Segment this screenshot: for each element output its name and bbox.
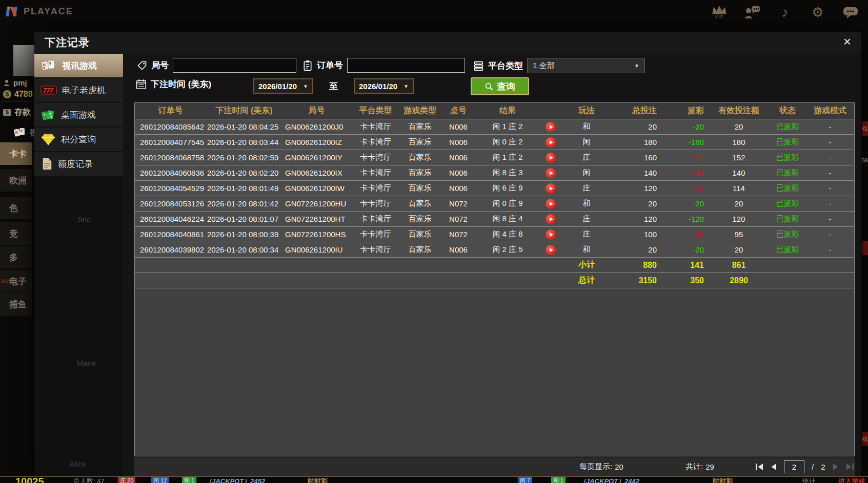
background-fragment: 时时彩 — [713, 477, 733, 483]
date-to-picker[interactable]: 2026/01/20 ▼ — [354, 78, 414, 94]
settings-gear-icon[interactable]: ⚙ — [808, 6, 828, 19]
customer-service-icon[interactable] — [742, 5, 762, 19]
cell-order-no: 260120084054529 — [135, 184, 206, 193]
cell-game-type: 百家乐 — [400, 153, 440, 162]
cell-play-type: 庄 — [563, 229, 610, 239]
replay-play-button[interactable] — [546, 168, 556, 178]
background-nav-item: 卡卡 — [0, 142, 32, 165]
bet-records-modal: 下注记录 × K ♥ 9 视讯游戏 777 电子老虎机 — [34, 32, 861, 476]
cell-table-no: N006 — [440, 245, 477, 254]
round-input[interactable] — [173, 58, 296, 73]
col-header: 订单号 — [135, 106, 206, 116]
bet-time-filter: 下注时间 (美东) — [136, 78, 211, 90]
cell-result: 闲 8 庄 4 — [477, 214, 538, 224]
cell-valid-bet: 114 — [711, 184, 766, 193]
cell-valid-bet: 152 — [711, 153, 766, 162]
cell-play-type: 庄 — [563, 153, 610, 162]
cell-status: 已派彩 — [766, 122, 809, 132]
prev-page-button[interactable] — [771, 464, 777, 470]
slot-777-icon: 777 — [41, 85, 57, 96]
playace-logo-icon — [5, 4, 19, 18]
cell-round-no: GN072261200HS — [282, 230, 351, 239]
date-to-wrap: 2026/01/20 ▼ — [354, 78, 414, 94]
tab-slots[interactable]: 777 电子老虎机 — [34, 78, 123, 102]
background-username: pmj — [3, 78, 27, 87]
search-button[interactable]: 查询 — [471, 77, 529, 95]
chevron-down-icon: ▼ — [634, 63, 639, 69]
replay-play-button[interactable] — [546, 199, 556, 209]
page-count: 2 — [821, 463, 825, 471]
cell-table-no: N006 — [440, 138, 477, 146]
background-fragment: 戏 — [862, 432, 868, 446]
vip-label: VIP — [715, 14, 724, 19]
subtotal-valid-bet: 861 — [711, 261, 766, 270]
music-icon[interactable]: ♪ — [775, 6, 795, 19]
tab-table-games[interactable]: 桌面游戏 — [34, 103, 123, 127]
cell-replay — [538, 245, 563, 255]
cell-replay — [538, 168, 563, 178]
slot-777-icon: 777 — [1, 279, 9, 284]
cell-bet-time: 2026-01-20 08:03:44 — [206, 138, 282, 146]
replay-play-button[interactable] — [546, 122, 556, 132]
platform-select[interactable]: 1.全部 ▼ — [527, 58, 645, 73]
page-separator: / — [812, 463, 814, 471]
screen: PLAYACE VIP ♪ ⚙ — [0, 0, 868, 483]
cell-status: 已派彩 — [766, 214, 809, 224]
total-count-value: 29 — [705, 463, 714, 471]
tab-video-games[interactable]: K ♥ 9 视讯游戏 — [34, 54, 123, 77]
round-label: 局号 — [151, 59, 169, 71]
cell-table-no: N006 — [440, 169, 477, 177]
order-label: 订单号 — [317, 59, 343, 71]
col-header: 游戏模式 — [809, 106, 852, 116]
cell-bet-time: 2026-01-20 08:01:07 — [206, 215, 282, 223]
col-header: 有效投注额 — [711, 106, 766, 116]
table-row: 260120084046224 2026-01-20 08:01:07 GN07… — [135, 212, 854, 227]
playing-cards-icon: K ♥ 9 — [41, 59, 57, 72]
replay-play-button[interactable] — [546, 229, 556, 240]
last-page-button[interactable] — [846, 464, 854, 470]
date-from-picker[interactable]: 2026/01/20 ▼ — [253, 78, 313, 94]
col-header: 状态 — [766, 106, 809, 116]
replay-play-button[interactable] — [546, 153, 556, 163]
cell-order-no: 260120084068758 — [135, 153, 206, 162]
background-fragment — [862, 241, 868, 255]
order-input[interactable] — [347, 58, 465, 73]
tab-quota-records[interactable]: 额度记录 — [34, 152, 123, 176]
chat-icon[interactable] — [840, 6, 861, 19]
vip-icon[interactable]: VIP — [709, 5, 730, 19]
background-nav-item: 电子777 — [0, 270, 32, 292]
round-filter: 局号 — [137, 58, 296, 73]
cell-table-no: N072 — [440, 215, 477, 223]
topbar: PLAYACE VIP ♪ ⚙ — [0, 0, 868, 24]
page-number-input[interactable] — [784, 460, 804, 473]
cell-valid-bet: 140 — [711, 169, 766, 177]
tab-points-query[interactable]: 积分查询 — [34, 128, 123, 151]
clipboard-icon — [302, 60, 313, 71]
topbar-icons: VIP ♪ ⚙ — [709, 3, 861, 22]
date-from-wrap: 2026/01/20 ▼ — [253, 78, 313, 94]
replay-play-button[interactable] — [546, 137, 556, 148]
first-page-button[interactable] — [756, 464, 763, 470]
pager: / 2 — [756, 457, 854, 476]
replay-play-button[interactable] — [546, 245, 556, 255]
cell-status: 已派彩 — [766, 168, 809, 178]
cell-platform: 卡卡湾厅 — [351, 183, 400, 193]
replay-play-button[interactable] — [546, 214, 556, 224]
cell-bet-time: 2026-01-20 08:00:39 — [206, 230, 282, 239]
cell-order-no: 260120084085642 — [135, 122, 206, 131]
subtotal-total-bet: 880 — [610, 261, 664, 270]
close-icon[interactable]: × — [843, 34, 851, 49]
next-page-button[interactable] — [833, 464, 839, 470]
cell-total-bet: 120 — [610, 215, 664, 223]
cell-order-no: 260120084053126 — [135, 199, 206, 208]
order-filter: 订单号 — [302, 58, 465, 73]
chevron-down-icon: ▼ — [403, 83, 409, 89]
replay-play-button[interactable] — [546, 183, 556, 194]
col-header: 局号 — [282, 106, 351, 116]
cell-game-mode: - — [809, 169, 852, 177]
total-valid-bet: 2890 — [711, 276, 766, 285]
platform-selected-value: 1.全部 — [533, 61, 555, 71]
cell-platform: 卡卡湾厅 — [351, 168, 400, 178]
cell-replay — [538, 137, 563, 148]
cell-round-no: GN006261200J0 — [282, 122, 351, 131]
